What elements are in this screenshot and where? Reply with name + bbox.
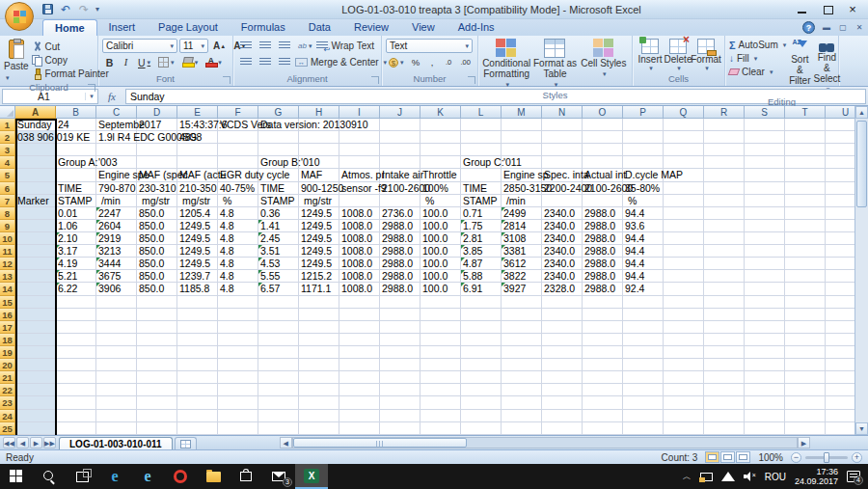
cell-K12[interactable]: 100.0 xyxy=(420,258,461,270)
cell-G25[interactable] xyxy=(258,422,299,435)
row-header-20[interactable]: 20 xyxy=(0,359,15,371)
cell-S9[interactable] xyxy=(745,220,785,232)
cell-S18[interactable] xyxy=(745,334,785,346)
cell-B17[interactable] xyxy=(56,321,96,334)
cell-L3[interactable] xyxy=(461,144,502,156)
column-header-S[interactable]: S xyxy=(745,106,785,119)
cell-I16[interactable] xyxy=(339,309,380,321)
row-header-24[interactable]: 24 xyxy=(0,410,15,422)
cell-H20[interactable] xyxy=(299,359,339,371)
cell-C19[interactable] xyxy=(96,346,137,359)
scroll-down-button[interactable]: ▼ xyxy=(855,422,868,435)
cell-K19[interactable] xyxy=(420,346,461,359)
cell-O1[interactable] xyxy=(583,119,623,131)
cell-O9[interactable]: 2988.0 xyxy=(583,220,623,232)
cell-C23[interactable] xyxy=(96,396,137,409)
cell-E15[interactable] xyxy=(177,296,218,309)
cell-F2[interactable] xyxy=(218,131,258,144)
cell-L10[interactable]: 2.81 xyxy=(461,232,502,245)
cell-Q14[interactable] xyxy=(664,283,704,295)
cell-O8[interactable]: 2988.0 xyxy=(583,207,623,220)
orientation-button[interactable]: ab xyxy=(295,39,314,53)
cell-O24[interactable] xyxy=(583,410,623,422)
cell-D9[interactable]: 850.0 xyxy=(137,220,177,232)
cell-E17[interactable] xyxy=(177,321,218,334)
restore-button[interactable] xyxy=(822,5,833,14)
cell-T25[interactable] xyxy=(785,422,826,435)
cell-D12[interactable]: 850.0 xyxy=(137,258,177,270)
cell-C7[interactable]: /min xyxy=(96,195,137,207)
cell-T2[interactable] xyxy=(785,131,826,144)
workbook-minimize-button[interactable]: ▬ xyxy=(822,23,831,32)
cell-G24[interactable] xyxy=(258,410,299,422)
cell-N7[interactable] xyxy=(542,195,583,207)
cell-D18[interactable] xyxy=(137,334,177,346)
cell-F25[interactable] xyxy=(218,422,258,435)
cell-M2[interactable] xyxy=(502,131,542,144)
cell-S3[interactable] xyxy=(745,144,785,156)
column-header-D[interactable]: D xyxy=(137,106,177,119)
cell-L16[interactable] xyxy=(461,309,502,321)
cell-G17[interactable] xyxy=(258,321,299,334)
cell-H12[interactable]: 1249.5 xyxy=(299,258,339,270)
cell-N22[interactable] xyxy=(542,384,583,396)
cell-O22[interactable] xyxy=(583,384,623,396)
cell-H22[interactable] xyxy=(299,384,339,396)
cell-D19[interactable] xyxy=(137,346,177,359)
cell-O15[interactable] xyxy=(583,296,623,309)
row-header-19[interactable]: 19 xyxy=(0,346,15,359)
cell-D1[interactable]: 2017 xyxy=(137,119,177,131)
cell-B12[interactable]: 4.19 xyxy=(56,258,96,270)
ribbon-tab-home[interactable]: Home xyxy=(42,19,97,36)
cell-M12[interactable]: 3612 xyxy=(502,258,542,270)
cell-T24[interactable] xyxy=(785,410,826,422)
cell-E5[interactable]: MAF (actu xyxy=(177,169,218,181)
cell-J22[interactable] xyxy=(380,384,420,396)
cell-J15[interactable] xyxy=(380,296,420,309)
cell-L8[interactable]: 0.71 xyxy=(461,207,502,220)
cell-E2[interactable]: 4898 xyxy=(177,131,218,144)
cell-M20[interactable] xyxy=(502,359,542,371)
cell-P17[interactable] xyxy=(623,321,664,334)
insert-function-button[interactable]: fx xyxy=(100,91,123,102)
cell-G7[interactable]: STAMP xyxy=(258,195,299,207)
office-button[interactable] xyxy=(5,2,34,31)
cell-T12[interactable] xyxy=(785,258,826,270)
column-header-T[interactable]: T xyxy=(785,106,826,119)
cell-O14[interactable]: 2988.0 xyxy=(583,283,623,295)
comma-style-button[interactable]: , xyxy=(425,55,440,69)
cell-I11[interactable]: 1008.0 xyxy=(339,245,380,258)
cell-G11[interactable]: 3.51 xyxy=(258,245,299,258)
cell-Q6[interactable] xyxy=(664,182,704,195)
ribbon-tab-formulas[interactable]: Formulas xyxy=(230,19,297,36)
cell-T13[interactable] xyxy=(785,270,826,283)
cell-N25[interactable] xyxy=(542,422,583,435)
cell-F20[interactable] xyxy=(218,359,258,371)
column-header-E[interactable]: E xyxy=(177,106,218,119)
scroll-right-button[interactable]: ▶ xyxy=(798,437,810,448)
cell-T10[interactable] xyxy=(785,232,826,245)
cell-A12[interactable] xyxy=(15,258,56,270)
cell-E19[interactable] xyxy=(177,346,218,359)
cell-G4[interactable]: Group B: xyxy=(258,156,299,169)
edge-taskbar-button[interactable]: e xyxy=(98,464,131,489)
cell-C10[interactable]: 2919 xyxy=(96,232,137,245)
cell-T17[interactable] xyxy=(785,321,826,334)
cell-A2[interactable]: 038 906 019 KE xyxy=(15,131,56,144)
store-taskbar-button[interactable] xyxy=(230,464,262,489)
cell-O23[interactable] xyxy=(583,396,623,409)
cell-Q7[interactable] xyxy=(664,195,704,207)
cell-S17[interactable] xyxy=(745,321,785,334)
cell-Q1[interactable] xyxy=(664,119,704,131)
cell-I19[interactable] xyxy=(339,346,380,359)
wifi-icon[interactable] xyxy=(721,472,735,481)
cell-M13[interactable]: 3822 xyxy=(502,270,542,283)
cell-K3[interactable] xyxy=(420,144,461,156)
cell-A25[interactable] xyxy=(15,422,56,435)
cell-E24[interactable] xyxy=(177,410,218,422)
cell-E18[interactable] xyxy=(177,334,218,346)
cell-B20[interactable] xyxy=(56,359,96,371)
cell-G3[interactable] xyxy=(258,144,299,156)
cell-G21[interactable] xyxy=(258,371,299,384)
cell-A11[interactable] xyxy=(15,245,56,258)
